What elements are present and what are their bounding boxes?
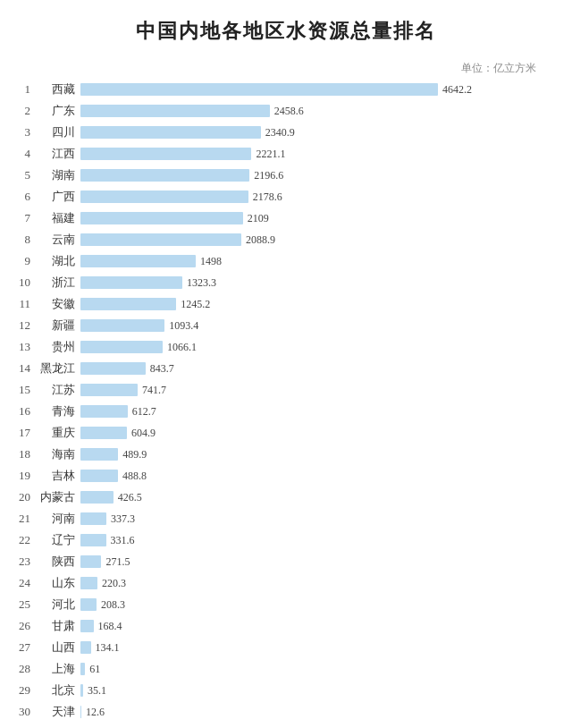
- bar-area: 1093.4: [80, 318, 563, 333]
- bar-area: 2458.6: [80, 104, 563, 118]
- table-row: 5 湖南 2196.6: [9, 165, 563, 185]
- table-row: 7 福建 2109: [9, 208, 563, 228]
- rank-number: 18: [9, 447, 34, 461]
- bar: [80, 105, 270, 117]
- table-row: 9 湖北 1498: [9, 251, 563, 271]
- region-name: 云南: [34, 232, 80, 248]
- bar: [80, 319, 164, 332]
- region-name: 浙江: [34, 275, 80, 291]
- value-label: 604.9: [131, 427, 156, 440]
- value-label: 1066.1: [167, 341, 197, 354]
- value-label: 331.6: [111, 534, 135, 547]
- rank-number: 12: [9, 318, 34, 333]
- bar: [80, 83, 438, 96]
- table-row: 11 安徽 1245.2: [9, 294, 563, 314]
- value-label: 488.8: [122, 470, 147, 483]
- bar: [80, 298, 176, 310]
- bar: [80, 598, 97, 611]
- bar-area: 2178.6: [80, 190, 563, 204]
- bar-area: 35.1: [80, 683, 563, 698]
- value-label: 2340.9: [265, 126, 295, 140]
- bar-area: 2109: [80, 211, 563, 225]
- value-label: 220.3: [102, 577, 126, 590]
- value-label: 741.7: [142, 384, 166, 397]
- region-name: 贵州: [34, 339, 80, 355]
- bar: [80, 555, 101, 568]
- region-name: 新疆: [34, 317, 80, 334]
- bar: [80, 405, 128, 418]
- value-label: 426.5: [118, 491, 142, 504]
- table-row: 4 江西 2221.1: [9, 144, 563, 164]
- table-row: 22 辽宁 331.6: [9, 530, 563, 550]
- bar: [80, 577, 97, 589]
- table-row: 14 黑龙江 843.7: [9, 359, 563, 378]
- bar: [80, 255, 196, 267]
- rank-number: 17: [9, 426, 34, 440]
- table-row: 21 河南 337.3: [9, 509, 563, 529]
- bar-area: 604.9: [80, 426, 563, 440]
- region-name: 天津: [34, 704, 80, 720]
- region-name: 重庆: [34, 425, 80, 441]
- region-name: 内蒙古: [34, 489, 80, 505]
- value-label: 2221.1: [256, 148, 285, 161]
- region-name: 海南: [34, 446, 80, 462]
- bar: [80, 362, 146, 375]
- bar-area: 1245.2: [80, 297, 563, 311]
- bar: [80, 491, 114, 504]
- bar-area: 2088.9: [80, 233, 563, 247]
- region-name: 西藏: [34, 81, 80, 97]
- region-name: 安徽: [34, 296, 80, 312]
- rank-number: 19: [9, 469, 34, 483]
- rank-number: 23: [9, 554, 34, 569]
- bar: [80, 684, 83, 697]
- table-row: 18 海南 489.9: [9, 444, 563, 464]
- table-row: 25 河北 208.3: [9, 595, 563, 614]
- bar: [80, 169, 249, 182]
- rank-number: 7: [9, 211, 34, 225]
- region-name: 河北: [34, 597, 80, 613]
- rank-number: 5: [9, 168, 34, 182]
- bar: [80, 663, 85, 675]
- region-name: 山西: [34, 639, 80, 656]
- bar-area: 208.3: [80, 597, 563, 612]
- bar-area: 168.4: [80, 619, 563, 633]
- bar-area: 331.6: [80, 533, 563, 547]
- rank-number: 13: [9, 340, 34, 354]
- table-row: 27 山西 134.1: [9, 638, 563, 657]
- rank-number: 27: [9, 640, 34, 655]
- rank-number: 29: [9, 683, 34, 698]
- table-row: 24 山东 220.3: [9, 573, 563, 593]
- table-row: 2 广东 2458.6: [9, 101, 563, 121]
- bar: [80, 148, 251, 160]
- bar-area: 612.7: [80, 404, 563, 419]
- chart-title: 中国内地各地区水资源总量排名: [0, 18, 572, 45]
- value-label: 2178.6: [253, 190, 282, 204]
- bar-area: 61: [80, 662, 563, 676]
- bar: [80, 384, 138, 396]
- bar: [80, 470, 118, 482]
- bar-area: 488.8: [80, 469, 563, 483]
- bar-area: 489.9: [80, 447, 563, 461]
- rank-number: 24: [9, 576, 34, 590]
- bar: [80, 341, 163, 353]
- rank-number: 6: [9, 190, 34, 204]
- value-label: 1498: [200, 255, 222, 268]
- table-row: 23 陕西 271.5: [9, 552, 563, 571]
- value-label: 2196.6: [254, 169, 283, 182]
- region-name: 河南: [34, 511, 80, 527]
- rank-number: 16: [9, 404, 34, 419]
- bar-area: 843.7: [80, 361, 563, 376]
- table-row: 16 青海 612.7: [9, 402, 563, 421]
- value-label: 1245.2: [181, 298, 210, 311]
- table-row: 19 吉林 488.8: [9, 466, 563, 486]
- bar: [80, 233, 241, 246]
- table-row: 15 江苏 741.7: [9, 380, 563, 400]
- value-label: 12.6: [86, 706, 105, 719]
- rank-number: 20: [9, 490, 34, 504]
- rank-number: 3: [9, 125, 34, 140]
- value-label: 2109: [248, 212, 269, 225]
- rank-number: 30: [9, 705, 34, 719]
- rank-number: 9: [9, 254, 34, 268]
- bar-area: 271.5: [80, 554, 563, 569]
- rank-number: 8: [9, 233, 34, 247]
